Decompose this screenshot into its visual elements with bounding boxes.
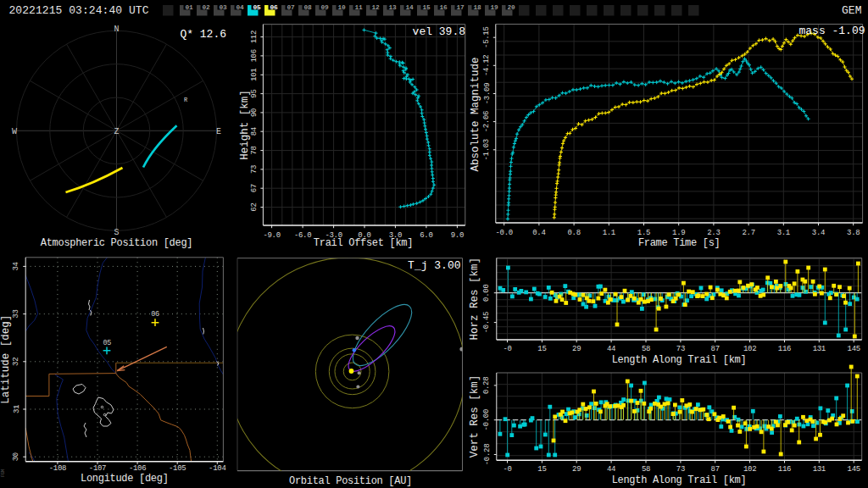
svg-text:03: 03: [220, 4, 227, 11]
svg-text:20221215 03:24:40 UTC: 20221215 03:24:40 UTC: [9, 4, 149, 17]
svg-text:58: 58: [642, 345, 650, 353]
svg-text:1.9: 1.9: [672, 229, 685, 237]
svg-text:67: 67: [251, 184, 259, 192]
svg-text:Vert Res [km]: Vert Res [km]: [470, 375, 481, 458]
svg-text:73: 73: [251, 165, 259, 174]
svg-text:-6.0: -6.0: [294, 231, 311, 240]
svg-text:Q* 12.6: Q* 12.6: [180, 28, 226, 41]
svg-text:-0.45: -0.45: [483, 312, 492, 334]
svg-text:31: 31: [13, 405, 21, 413]
svg-text:3.1: 3.1: [777, 229, 790, 237]
svg-text:73: 73: [676, 465, 685, 474]
svg-text:Orbital Position [AU]: Orbital Position [AU]: [289, 475, 412, 487]
svg-text:87: 87: [711, 465, 720, 474]
svg-text:34: 34: [13, 262, 21, 270]
svg-text:Longitude [deg]: Longitude [deg]: [81, 473, 169, 485]
svg-text:Trail Offset [km]: Trail Offset [km]: [314, 237, 413, 249]
svg-text:-0: -0: [503, 465, 511, 474]
svg-text:131: 131: [813, 465, 826, 474]
svg-text:116: 116: [778, 465, 791, 474]
svg-text:84: 84: [251, 127, 259, 136]
svg-text:1.1: 1.1: [603, 229, 615, 237]
svg-text:102: 102: [743, 345, 756, 353]
svg-text:2.3: 2.3: [707, 229, 720, 237]
svg-text:N: N: [114, 25, 119, 34]
svg-text:S: S: [114, 228, 119, 237]
svg-text:87: 87: [711, 345, 720, 353]
svg-text:Atmospheric Position [deg]: Atmospheric Position [deg]: [41, 237, 192, 249]
svg-text:11: 11: [355, 4, 363, 11]
svg-text:E: E: [216, 127, 221, 136]
svg-text:0.28: 0.28: [483, 377, 492, 394]
svg-text:18: 18: [474, 4, 481, 11]
svg-text:10: 10: [338, 4, 346, 11]
svg-text:19: 19: [491, 4, 498, 11]
svg-text:08: 08: [304, 4, 312, 11]
svg-text:116: 116: [778, 345, 791, 353]
svg-text:09: 09: [321, 4, 329, 11]
svg-text:20: 20: [508, 4, 515, 11]
svg-text:2.7: 2.7: [742, 229, 754, 237]
svg-text:131: 131: [813, 345, 826, 353]
svg-text:145: 145: [848, 465, 860, 474]
svg-text:58: 58: [642, 465, 650, 474]
svg-text:15: 15: [537, 345, 546, 353]
svg-text:Z: Z: [114, 127, 119, 136]
svg-text:05: 05: [103, 339, 111, 347]
svg-text:33: 33: [13, 309, 21, 318]
svg-text:-0.28: -0.28: [483, 444, 492, 466]
svg-text:0.00: 0.00: [483, 284, 492, 301]
svg-text:44: 44: [607, 465, 615, 474]
svg-text:78: 78: [251, 146, 259, 154]
svg-text:12: 12: [372, 4, 380, 11]
svg-text:145: 145: [848, 345, 860, 353]
svg-text:1.5: 1.5: [637, 229, 650, 237]
svg-text:02: 02: [203, 4, 210, 11]
svg-text:29: 29: [572, 345, 581, 353]
svg-text:T_j 3.00: T_j 3.00: [408, 259, 460, 272]
svg-text:9.0: 9.0: [451, 231, 464, 240]
svg-text:Frame Time [s]: Frame Time [s]: [638, 237, 721, 249]
svg-text:3.8: 3.8: [847, 229, 860, 237]
svg-text:06: 06: [270, 4, 278, 11]
svg-text:62: 62: [251, 202, 259, 211]
svg-text:GEM: GEM: [842, 4, 862, 17]
svg-text:15: 15: [423, 4, 431, 11]
svg-text:6.0: 6.0: [420, 231, 432, 240]
svg-text:-0.00: -0.00: [483, 409, 492, 431]
svg-text:30: 30: [13, 452, 21, 461]
svg-text:0.4: 0.4: [532, 229, 545, 237]
svg-text:106: 106: [251, 49, 259, 62]
svg-text:06: 06: [151, 310, 159, 319]
svg-text:Absolute Magnitude: Absolute Magnitude: [470, 57, 481, 171]
svg-text:17: 17: [457, 4, 465, 11]
svg-text:-9.0: -9.0: [263, 231, 280, 240]
svg-text:Height [km]: Height [km]: [239, 90, 251, 160]
svg-text:95: 95: [251, 89, 259, 97]
svg-text:07: 07: [287, 4, 295, 11]
svg-text:90: 90: [251, 108, 259, 117]
svg-text:3.4: 3.4: [812, 229, 825, 237]
svg-text:05: 05: [253, 4, 261, 11]
svg-text:-3.09: -3.09: [483, 83, 492, 105]
svg-text:0.8: 0.8: [567, 229, 580, 237]
svg-text:Horz Res [km]: Horz Res [km]: [470, 258, 481, 341]
svg-text:vel 39.8: vel 39.8: [413, 25, 465, 38]
svg-text:-0.0: -0.0: [495, 229, 512, 237]
svg-text:Length Along Trail [km]: Length Along Trail [km]: [612, 474, 747, 486]
svg-text:112: 112: [251, 30, 259, 43]
svg-text:mass -1.09: mass -1.09: [798, 25, 865, 37]
svg-text:Length Along Trail [km]: Length Along Trail [km]: [612, 354, 747, 366]
svg-text:FGM: FGM: [1, 469, 6, 477]
svg-text:-104: -104: [209, 464, 225, 473]
svg-text:Latitude [deg]: Latitude [deg]: [1, 315, 13, 404]
svg-text:44: 44: [607, 345, 615, 353]
svg-text:16: 16: [440, 4, 448, 11]
svg-text:-5.15: -5.15: [483, 26, 492, 48]
svg-text:15: 15: [537, 465, 546, 474]
svg-text:101: 101: [251, 69, 259, 81]
svg-text:-4.12: -4.12: [483, 55, 492, 77]
svg-text:73: 73: [676, 345, 685, 353]
svg-text:14: 14: [406, 4, 414, 11]
svg-text:-1.03: -1.03: [483, 139, 492, 161]
